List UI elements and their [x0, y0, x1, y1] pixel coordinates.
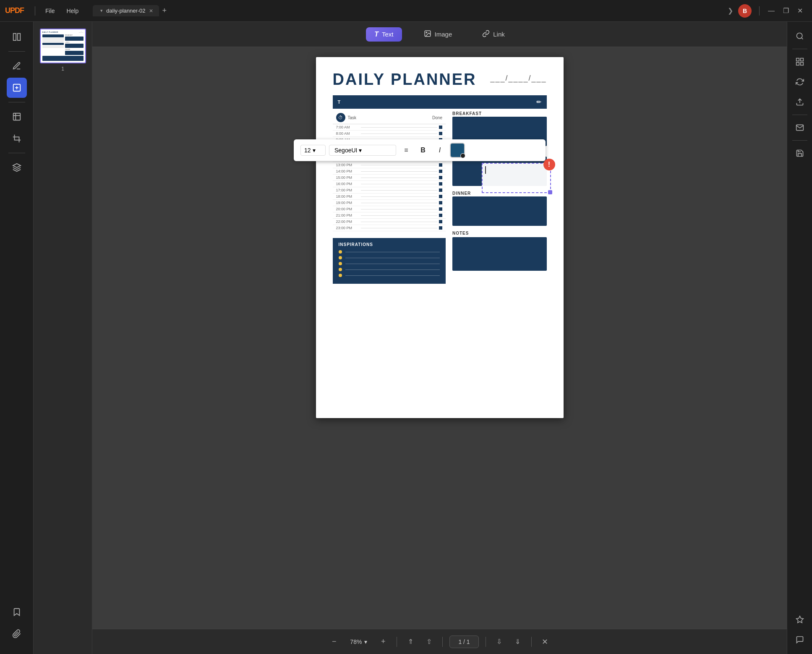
toolbar-separator-3 [486, 637, 486, 647]
main-layout: DAILY PLANNER ___/___ [0, 22, 812, 654]
link-tool-label: Link [493, 31, 505, 38]
image-tool-label: Image [435, 31, 452, 38]
thumbnail-frame[interactable]: DAILY PLANNER ___/___ [40, 29, 86, 63]
svg-point-7 [426, 32, 427, 33]
minimize-button[interactable]: — [764, 5, 779, 16]
close-editor-button[interactable]: ✕ [538, 635, 552, 649]
time-row: 14:00 PM [333, 168, 446, 175]
zoom-in-button[interactable]: + [376, 635, 390, 649]
nav-next-button[interactable]: ⇩ [493, 635, 506, 649]
search-icon[interactable] [791, 27, 809, 45]
zoom-percentage: 78% [350, 638, 362, 645]
font-family-selector[interactable]: SegoeUI ▾ [329, 145, 396, 156]
toolbar-separator-4 [531, 637, 532, 647]
time-row: 18:00 PM [333, 194, 446, 200]
svg-rect-10 [796, 58, 799, 61]
pdf-page: ! DAILY PLANNER ___/____/___ T ✏ [316, 57, 564, 418]
time-row: 16:00 PM [333, 181, 446, 187]
time-row: 20:00 PM [333, 206, 446, 212]
mail-icon[interactable] [791, 118, 809, 137]
toolbar-separator-2 [442, 637, 443, 647]
time-row: 7:00 AM [333, 124, 446, 131]
nav-last-button[interactable]: ⇓ [511, 635, 525, 649]
text-tool-button[interactable]: T Text [366, 27, 402, 42]
close-window-button[interactable]: ✕ [793, 5, 807, 16]
inspiration-line [339, 262, 440, 265]
font-size-selector[interactable]: 12 ▾ [300, 145, 326, 156]
link-tool-button[interactable]: Link [474, 26, 513, 42]
convert-icon[interactable] [791, 73, 809, 91]
time-row: 22:00 PM [333, 219, 446, 225]
pdf-viewer[interactable]: 12 ▾ SegoeUI ▾ ≡ B I [92, 47, 787, 629]
tab-title: daliy-planner-02 [106, 8, 145, 14]
image-tool-button[interactable]: Image [415, 26, 461, 42]
sidebar-icon-edit[interactable] [7, 56, 27, 76]
inspiration-line [339, 250, 440, 254]
nav-arrow[interactable]: ❯ [728, 7, 733, 15]
file-menu[interactable]: File [39, 5, 61, 17]
bottom-toolbar: − 78% ▾ + ⇑ ⇧ 1 / 1 ⇩ ⇓ ✕ [92, 629, 787, 654]
color-picker-button[interactable] [450, 143, 465, 158]
export-icon[interactable] [791, 93, 809, 111]
comment-icon[interactable] [791, 630, 809, 649]
sidebar-icon-table[interactable] [7, 107, 27, 127]
sidebar-icon-paperclip[interactable] [7, 624, 27, 644]
thumbnail-panel: DAILY PLANNER ___/___ [34, 22, 92, 654]
save-icon[interactable] [791, 144, 809, 162]
active-tab[interactable]: ▾ daliy-planner-02 ✕ [93, 5, 159, 16]
task-column-label: Task [348, 115, 357, 120]
time-row: 21:00 PM [333, 212, 446, 219]
inspiration-dot [339, 268, 342, 271]
link-tool-icon [482, 30, 490, 39]
titlebar-divider [35, 6, 35, 16]
resize-handle[interactable] [548, 190, 552, 194]
svg-marker-5 [13, 164, 20, 167]
inspiration-line [339, 274, 440, 277]
text-cursor [485, 166, 486, 174]
planner-title: DAILY PLANNER [333, 71, 477, 89]
bold-button[interactable]: B [416, 144, 430, 157]
svg-rect-4 [14, 137, 19, 140]
user-avatar[interactable]: B [738, 4, 752, 18]
time-row: 8:00 AM [333, 131, 446, 137]
nav-prev-button[interactable]: ⇧ [422, 635, 436, 649]
content-area: T Text Image Link 12 ▾ [92, 22, 787, 654]
color-indicator [460, 153, 465, 158]
tab-dropdown-arrow[interactable]: ▾ [100, 8, 103, 13]
align-button[interactable]: ≡ [399, 144, 413, 157]
dinner-box [452, 196, 547, 226]
ocr-icon[interactable] [791, 52, 809, 71]
inspiration-dot [339, 262, 342, 265]
warning-badge: ! [543, 159, 555, 170]
thumbnail-wrapper: DAILY PLANNER ___/___ [37, 29, 89, 72]
zoom-level-selector[interactable]: 78% ▾ [346, 637, 371, 647]
inspiration-line [339, 268, 440, 271]
page-total: 1 [467, 638, 470, 645]
italic-button[interactable]: I [433, 144, 446, 157]
sidebar-icon-book[interactable] [7, 27, 27, 47]
tab-close-button[interactable]: ✕ [149, 8, 153, 14]
page-indicator[interactable]: 1 / 1 [449, 636, 478, 648]
zoom-out-button[interactable]: − [327, 635, 341, 649]
top-toolbar: T Text Image Link [92, 22, 787, 47]
sidebar-icon-layers[interactable] [7, 157, 27, 178]
text-edit-box[interactable]: ! [482, 163, 551, 193]
image-tool-icon [424, 30, 431, 39]
maximize-button[interactable]: ❐ [779, 5, 793, 16]
titlebar-divider-2 [759, 6, 760, 16]
help-menu[interactable]: Help [61, 5, 85, 17]
ai-sparkle-icon[interactable] [791, 610, 809, 629]
clock-icon: ⏱ [336, 113, 345, 122]
svg-rect-1 [17, 34, 20, 41]
add-tab-button[interactable]: + [162, 6, 167, 15]
left-sidebar [0, 22, 34, 654]
meals-column: BREAKFAST LUNCH DINNER NOTES [452, 111, 547, 284]
sidebar-sep-2 [8, 102, 25, 102]
titlebar: UPDF File Help ▾ daliy-planner-02 ✕ + ❯ … [0, 0, 812, 22]
sidebar-icon-bookmark[interactable] [7, 602, 27, 622]
sidebar-icon-crop[interactable] [7, 128, 27, 149]
nav-first-button[interactable]: ⇑ [404, 635, 417, 649]
two-column-layout: ⏱ Task Done 7:00 AM 8:00 AM 9:00 AM 10:0… [333, 111, 547, 284]
notes-box [452, 237, 547, 271]
sidebar-icon-text-edit[interactable] [7, 78, 27, 98]
